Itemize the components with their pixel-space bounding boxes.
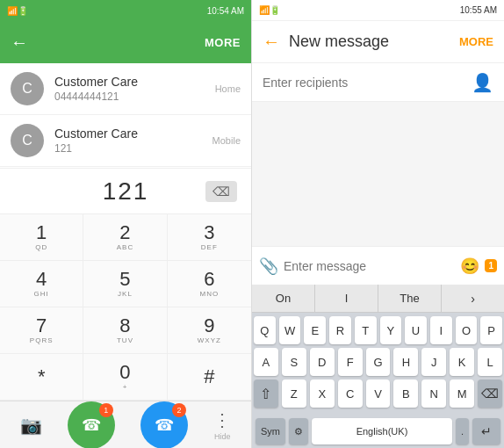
suggestion-i[interactable]: I	[315, 285, 378, 312]
contact-add-icon[interactable]: 👤	[472, 72, 493, 93]
more-button-right[interactable]: MORE	[459, 35, 493, 48]
status-icons-right: 📶🔋	[259, 5, 280, 15]
contact-number: 04444444121	[54, 90, 215, 103]
key-0[interactable]: 0+	[83, 354, 167, 401]
attach-icon[interactable]: 📎	[259, 257, 278, 276]
language-key[interactable]: English(UK)	[312, 418, 452, 444]
suggestion-arrow[interactable]: ›	[442, 285, 504, 312]
emoji-icon[interactable]: 😊	[460, 257, 479, 276]
contact-type: Mobile	[212, 135, 241, 146]
back-button-right[interactable]: ←	[263, 32, 280, 52]
period-key[interactable]: .	[456, 418, 469, 444]
key-5[interactable]: 5JKL	[83, 261, 167, 307]
key-p[interactable]: P	[480, 316, 502, 344]
key-s[interactable]: S	[282, 348, 306, 376]
keyboard-row-1: Q W E R T Y U I O P	[254, 316, 502, 344]
contact-info: Customer Care 121	[54, 126, 212, 155]
hide-label: Hide	[214, 432, 231, 441]
key-star[interactable]: *	[0, 354, 83, 401]
key-n[interactable]: N	[421, 379, 446, 408]
key-a[interactable]: A	[254, 348, 278, 376]
key-c[interactable]: C	[338, 379, 363, 408]
key-h[interactable]: H	[393, 348, 418, 376]
more-button-left[interactable]: MORE	[205, 36, 241, 49]
key-2[interactable]: 2ABC	[83, 214, 167, 261]
key-g[interactable]: G	[366, 348, 391, 376]
sym-key[interactable]: Sym	[256, 418, 285, 444]
contact-info: Customer Care 04444444121	[54, 75, 215, 103]
key-6[interactable]: 6MNO	[168, 261, 251, 307]
right-panel: 📶🔋 10:55 AM ← New message MORE 👤 📎 😊 1 O…	[252, 0, 504, 448]
back-button-left[interactable]: ←	[11, 33, 28, 53]
key-r[interactable]: R	[329, 316, 351, 344]
keypad: 1QD 2ABC 3DEF 4GHI 5JKL 6MNO 7PQRS 8TUV …	[0, 213, 251, 401]
key-k[interactable]: K	[450, 348, 474, 376]
contact-item[interactable]: C Customer Care 04444444121 Home	[0, 63, 251, 115]
status-time-right: 10:55 AM	[460, 5, 497, 15]
message-input-bar: 📎 😊 1	[252, 246, 504, 285]
key-1[interactable]: 1QD	[0, 214, 83, 261]
suggestion-on[interactable]: On	[252, 285, 315, 312]
keypad-icon[interactable]: ⋮	[213, 409, 231, 430]
key-w[interactable]: W	[279, 316, 301, 344]
keyboard-suggestions: On I The ›	[252, 285, 504, 313]
key-b[interactable]: B	[393, 379, 418, 408]
call-button-1[interactable]: ☎ 1	[68, 401, 115, 449]
status-icons-left: 📶🔋	[7, 6, 28, 16]
call-badge-2: 2	[172, 403, 186, 417]
key-e[interactable]: E	[304, 316, 326, 344]
key-t[interactable]: T	[355, 316, 377, 344]
message-counter[interactable]: 1	[485, 259, 497, 272]
key-v[interactable]: V	[366, 379, 391, 408]
message-input[interactable]	[284, 259, 455, 273]
key-f[interactable]: F	[338, 348, 363, 376]
recipients-input[interactable]	[263, 76, 472, 90]
key-8[interactable]: 8TUV	[83, 307, 167, 354]
key-z[interactable]: Z	[282, 379, 306, 408]
key-3[interactable]: 3DEF	[168, 214, 251, 261]
key-i[interactable]: I	[430, 316, 452, 344]
bottom-bar-left: 📷 ☎ 1 ☎ 2 ⋮ Hide	[0, 401, 251, 448]
key-l[interactable]: L	[478, 348, 502, 376]
shift-key[interactable]: ⇧	[254, 379, 278, 408]
video-icon[interactable]: 📷	[20, 415, 42, 436]
page-title: New message	[289, 33, 450, 51]
enter-key[interactable]: ↵	[472, 418, 500, 444]
keyboard-row-3: ⇧ Z X C V B N M ⌫	[254, 379, 502, 408]
suggestion-the[interactable]: The	[378, 285, 442, 312]
key-7[interactable]: 7PQRS	[0, 307, 83, 354]
backspace-button[interactable]: ⌫	[205, 181, 237, 202]
dial-pad: 121 ⌫ 1QD 2ABC 3DEF 4GHI 5JKL 6MNO 7PQRS…	[0, 168, 251, 401]
avatar: C	[11, 124, 44, 157]
key-y[interactable]: Y	[380, 316, 402, 344]
key-j[interactable]: J	[421, 348, 446, 376]
dial-number: 121	[103, 177, 149, 206]
call-button-2[interactable]: ☎ 2	[140, 401, 188, 449]
keyboard-backspace[interactable]: ⌫	[478, 379, 502, 408]
key-q[interactable]: Q	[254, 316, 276, 344]
contact-number: 121	[54, 142, 212, 155]
key-m[interactable]: M	[450, 379, 474, 408]
call-badge-1: 1	[99, 403, 113, 417]
key-hash[interactable]: #	[168, 354, 251, 401]
status-time-left: 10:54 AM	[207, 6, 244, 16]
key-x[interactable]: X	[310, 379, 335, 408]
key-o[interactable]: O	[456, 316, 478, 344]
keyboard-row-2: A S D F G H J K L	[254, 348, 502, 376]
key-4[interactable]: 4GHI	[0, 261, 83, 307]
avatar: C	[11, 72, 44, 105]
status-bar-right: 📶🔋 10:55 AM	[252, 0, 504, 21]
message-area	[252, 102, 504, 246]
contact-name: Customer Care	[54, 75, 215, 89]
contact-item[interactable]: C Customer Care 121 Mobile	[0, 115, 251, 167]
contact-list: C Customer Care 04444444121 Home C Custo…	[0, 63, 251, 168]
settings-key[interactable]: ⚙	[289, 418, 308, 444]
key-d[interactable]: D	[310, 348, 335, 376]
status-bar-left: 📶🔋 10:54 AM	[0, 0, 251, 21]
toolbar-right: ← New message MORE	[252, 21, 504, 63]
key-9[interactable]: 9WXYZ	[168, 307, 251, 354]
recipients-bar: 👤	[252, 63, 504, 102]
left-panel: 📶🔋 10:54 AM ← MORE C Customer Care 04444…	[0, 0, 252, 448]
keyboard-bottom-row: Sym ⚙ English(UK) . ↵	[252, 415, 504, 448]
key-u[interactable]: U	[405, 316, 427, 344]
